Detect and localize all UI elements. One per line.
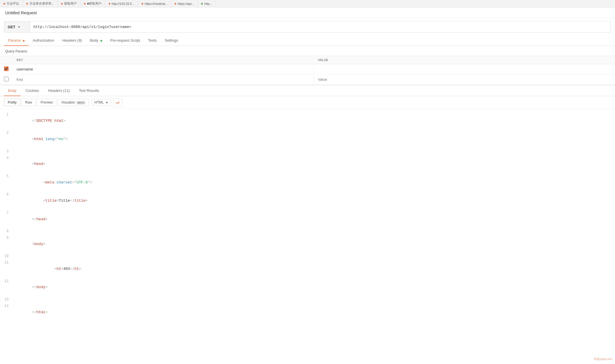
resp-tab-headers[interactable]: Headers (11) <box>44 86 74 96</box>
response-section: Body Cookies Headers (11) Test Results P… <box>0 85 615 324</box>
top-tab-5[interactable]: http://103.33.5... <box>105 0 138 7</box>
tab-params-label: Params <box>8 38 21 43</box>
code-view: 1 <!DOCTYPE html> 2 <html lang="en"> 3 4… <box>0 109 615 324</box>
param-checkbox[interactable] <box>4 66 9 71</box>
tab-dot-icon <box>26 3 28 5</box>
param-value-input[interactable] <box>318 67 611 71</box>
tab-pre-request-label: Pre-request Script <box>110 38 140 43</box>
code-line-5: 5 <meta charset="UTF-8"> <box>0 173 615 192</box>
line-content: <html lang="en"> <box>14 130 615 148</box>
top-tab-8[interactable]: http... <box>198 0 216 7</box>
top-tab-4[interactable]: ■获取用户 <box>80 0 105 7</box>
code-line-7: 7 </head> <box>0 210 615 228</box>
top-tab-label: https://api... <box>178 2 194 5</box>
code-line-12: 12 </body> <box>0 278 615 297</box>
table-row <box>0 64 615 74</box>
tab-settings-label: Settings <box>165 38 178 43</box>
code-line-10: 10 <box>0 253 615 260</box>
line-content <box>14 254 615 260</box>
param-key-input[interactable] <box>17 67 310 71</box>
top-tab-1[interactable]: 方达平以 <box>0 0 23 7</box>
line-number: 6 <box>0 192 14 197</box>
resp-tab-cookies-label: Cookies <box>26 88 39 93</box>
tab-dot-icon <box>109 3 110 5</box>
code-line-1: 1 <!DOCTYPE html> <box>0 112 615 130</box>
preview-button[interactable]: Preview <box>37 99 56 106</box>
code-line-8: 8 <box>0 228 615 235</box>
params-dot-icon <box>23 40 25 42</box>
line-number: 12 <box>0 279 14 284</box>
line-number: 4 <box>0 155 14 161</box>
tab-dot-icon <box>201 3 203 5</box>
line-number: 8 <box>0 229 14 234</box>
param-value-cell <box>314 64 615 74</box>
request-title: Untitled Request <box>0 7 615 18</box>
line-number: 5 <box>0 174 14 179</box>
code-line-11: 11 <h1>403</h1> <box>0 260 615 278</box>
line-content: <meta charset="UTF-8"> <box>14 174 615 191</box>
resp-tab-body-label: Body <box>8 88 17 93</box>
param-checkbox-cell <box>0 74 13 85</box>
top-tab-2[interactable]: 方达单次请求管... <box>23 0 58 7</box>
param-value-input[interactable] <box>318 77 611 82</box>
tab-headers-label: Headers (9) <box>62 38 82 43</box>
tab-body-label: Body <box>90 38 98 43</box>
top-tabs-bar: 方达平以 方达单次请求管... 获取用户 ■获取用户 http://103.33… <box>0 0 615 7</box>
tab-params[interactable]: Params <box>4 35 29 46</box>
pretty-button[interactable]: Pretty <box>4 99 20 106</box>
param-key-input[interactable] <box>17 77 310 82</box>
code-line-13: 13 <box>0 297 615 303</box>
code-line-3: 3 <box>0 149 615 155</box>
line-number: 9 <box>0 235 14 241</box>
beta-badge: BETA <box>76 101 85 104</box>
tab-pre-request-script[interactable]: Pre-request Script <box>106 35 144 46</box>
tab-dot-icon <box>3 3 5 5</box>
line-number: 10 <box>0 254 14 259</box>
tab-settings[interactable]: Settings <box>161 35 182 46</box>
line-content: </head> <box>14 211 615 228</box>
resp-tab-test-results[interactable]: Test Results <box>75 86 103 96</box>
top-tab-6[interactable]: https://medical... <box>138 0 171 7</box>
table-row <box>0 74 615 85</box>
resp-tab-cookies[interactable]: Cookies <box>22 86 43 96</box>
param-checkbox[interactable] <box>4 77 9 81</box>
line-number: 2 <box>0 130 14 136</box>
tab-authorization[interactable]: Authorization <box>29 35 58 46</box>
url-input[interactable] <box>30 21 611 32</box>
resp-tab-body[interactable]: Body <box>4 86 21 96</box>
tab-tests[interactable]: Tests <box>144 35 161 46</box>
tab-body[interactable]: Body <box>86 35 106 46</box>
code-line-4: 4 <head> <box>0 155 615 173</box>
top-tab-label: http://103.33.5... <box>112 2 135 5</box>
line-content: <head> <box>14 155 615 173</box>
visualize-label: Visualize <box>61 100 75 104</box>
top-tab-3[interactable]: 获取用户 <box>58 0 80 7</box>
line-content: <body> <box>14 235 615 253</box>
method-label: GET <box>8 25 15 29</box>
raw-button[interactable]: Raw <box>21 99 36 106</box>
top-tab-label: https://medical... <box>145 2 167 5</box>
line-content <box>14 229 615 235</box>
visualize-button[interactable]: Visualize BETA <box>58 99 89 106</box>
format-select[interactable]: HTML ▼ <box>92 99 111 106</box>
top-tab-label: http... <box>204 2 212 5</box>
wrap-button[interactable]: ⇌ <box>113 98 122 106</box>
code-line-14: 14 </html> <box>0 303 615 321</box>
tab-dot-icon <box>175 3 176 5</box>
value-col-header: VALUE <box>314 56 615 64</box>
tab-authorization-label: Authorization <box>33 38 54 43</box>
checkbox-col-header <box>0 56 13 64</box>
method-select[interactable]: GET ▼ <box>4 21 30 32</box>
line-content <box>14 297 615 303</box>
resp-tab-headers-label: Headers (11) <box>48 88 70 93</box>
line-content: </html> <box>14 304 615 321</box>
line-content: <title>Title</title> <box>14 192 615 210</box>
line-number: 14 <box>0 304 14 309</box>
line-number: 11 <box>0 260 14 266</box>
tab-dot-icon <box>61 3 63 5</box>
param-value-cell <box>314 74 615 85</box>
url-bar: GET ▼ <box>4 21 611 33</box>
top-tab-7[interactable]: https://api... <box>171 0 198 7</box>
tab-tests-label: Tests <box>148 38 157 43</box>
tab-headers[interactable]: Headers (9) <box>58 35 86 46</box>
